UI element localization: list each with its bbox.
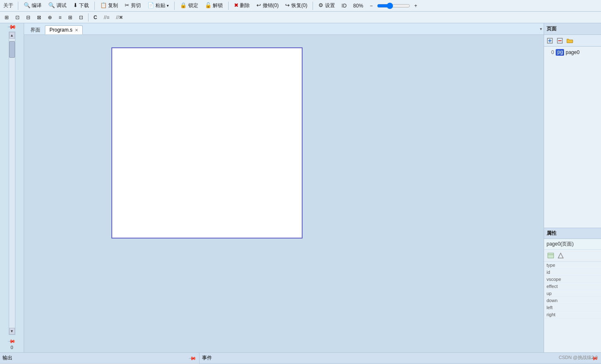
align-btn8[interactable]: ⊡ [76,13,86,22]
events-pin-btn[interactable]: 📌 [590,354,599,362]
page-item-0[interactable]: 0 pg page0 [546,48,599,57]
tab-interface[interactable]: 界面 [26,25,45,34]
about-label: 关于 [2,2,15,9]
scroll-thumb[interactable] [9,41,15,58]
svg-marker-9 [558,253,563,258]
zoom-slider[interactable] [377,2,410,9]
right-panel-toolbar [544,35,601,47]
right-panel-header: 页面 [544,23,601,35]
menu-unlock[interactable]: 🔓 解锁 [202,1,225,10]
menu-lock[interactable]: 🔒 锁定 [177,1,200,10]
align-btn1[interactable]: ⊞ [2,13,12,22]
bottom-section: 输出 📌 事件 📌 前初始化事件(0) 后初始化事件(0) 按下事件(0) [0,352,601,364]
canvas-area [24,35,544,352]
menu-undo[interactable]: ↩ 撤销(0) [254,1,281,10]
prop-down: down [544,297,601,304]
props-icon-2[interactable] [557,251,565,260]
menu-settings[interactable]: ⚙ 设置 [316,1,337,10]
menu-cut[interactable]: ✂ 剪切 [122,1,143,10]
align-btn6[interactable]: ≡ [56,13,64,22]
menu-compile[interactable]: 🔍 编译 [21,1,44,10]
scroll-up-btn[interactable]: ▲ [9,32,15,39]
props-panel: 属性 page0(页面) type id v [544,228,601,352]
svg-rect-7 [548,253,554,258]
prop-id: id [544,269,601,276]
main-layout: 📌 ▲ ▼ 📌 0 界面 Program.s ✕ ▾ [0,23,601,352]
output-pin-btn[interactable]: 📌 [188,354,197,362]
menu-id[interactable]: ID [339,2,349,10]
prop-type: type [544,262,601,269]
props-icon-1[interactable] [547,251,555,260]
output-panel: 输出 📌 [0,353,200,364]
menu-bar: 关于 🔍 编译 🔍 调试 ⬇ 下载 📋 复制 ✂ 剪切 📄 粘贴 ▾ 🔒 锁定 … [0,0,601,12]
prop-up: up [544,290,601,297]
menu-download[interactable]: ⬇ 下载 [71,1,91,10]
align-btn2[interactable]: ⊡ [12,13,22,22]
code-btn3[interactable]: //✖ [113,13,126,22]
props-header: 属性 [544,228,601,239]
paste-dropdown-icon[interactable]: ▾ [167,3,169,8]
zoom-in-btn[interactable]: + [412,2,420,10]
prop-vscope: vscope [544,276,601,283]
tab-close-btn[interactable]: ✕ [75,28,78,32]
zoom-out-btn[interactable]: − [367,2,375,10]
menu-copy[interactable]: 📋 复制 [98,1,121,10]
output-header: 输出 📌 [0,353,199,364]
tab-area: 界面 Program.s ✕ ▾ [24,23,544,352]
prop-effect: effect [544,283,601,290]
events-header: 事件 📌 [200,353,601,364]
menu-debug[interactable]: 🔍 调试 [46,1,69,10]
align-btn5[interactable]: ⊕ [45,13,55,22]
code-btn2[interactable]: //≡ [101,13,113,22]
right-panel: 页面 0 pg page0 属性 [544,23,601,352]
props-icon-row [544,250,601,262]
events-panel: 事件 📌 前初始化事件(0) 后初始化事件(0) 按下事件(0) 弹起事件(0)… [200,353,601,364]
pin-icon-left[interactable]: 📌 [7,22,17,31]
menu-paste[interactable]: 📄 粘贴 ▾ [145,1,172,10]
page-canvas [111,47,303,239]
props-title: page0(页面) [544,239,601,250]
zoom-level: 80% [351,2,366,10]
scroll-down-btn[interactable]: ▼ [9,328,15,334]
tab-bar: 界面 Program.s ✕ ▾ [24,23,544,35]
prop-left: left [544,304,601,311]
rpanel-folder-btn[interactable] [566,37,574,45]
prop-right: right [544,311,601,318]
menu-redo[interactable]: ↪ 恢复(0) [283,1,310,10]
left-scroll-track[interactable]: ▲ ▼ [9,32,15,335]
align-btn3[interactable]: ⊟ [23,13,33,22]
page-icon-0: pg [556,49,564,56]
toolbar2: ⊞ ⊡ ⊟ ⊠ ⊕ ≡ ⊞ ⊡ C //≡ //✖ [0,12,601,23]
rpanel-add-btn[interactable] [546,37,554,45]
page-list: 0 pg page0 [544,47,601,228]
svg-text:pg: pg [557,50,563,55]
code-btn[interactable]: C [91,13,100,22]
align-btn7[interactable]: ⊞ [65,13,75,22]
pin-icon-left2[interactable]: 📌 [7,337,16,346]
align-btn4[interactable]: ⊠ [34,13,44,22]
menu-delete[interactable]: ✖ 删除 [232,1,252,10]
tab-dropdown[interactable]: ▾ [540,27,542,31]
tab-file[interactable]: Program.s ✕ [45,25,83,34]
left-sidebar: 📌 ▲ ▼ 📌 0 [0,23,24,352]
rpanel-delete-btn[interactable] [556,37,564,45]
